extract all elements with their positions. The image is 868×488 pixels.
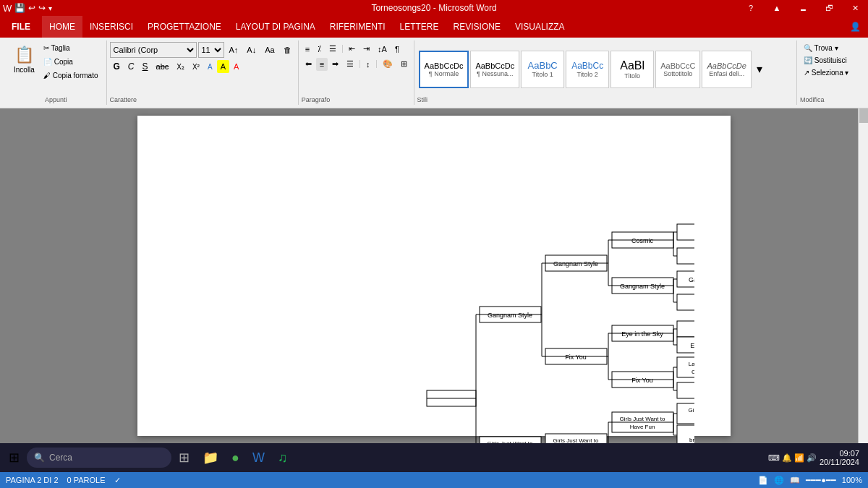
borders-button[interactable]: ⊞	[397, 57, 411, 71]
taskbar: ⊞ 🔍 Cerca ⊞ 📁 ● W ♫ ⌨ 🔔 📶 🔊 09:07 20/11/…	[0, 443, 868, 472]
multilevel-list-button[interactable]: ☰	[326, 42, 340, 56]
visualizza-menu[interactable]: VISUALIZZA	[508, 16, 572, 38]
replace-button[interactable]: 🔄 Sostituisci	[800, 54, 859, 67]
cut-button[interactable]: ✂ Taglia	[40, 42, 102, 54]
paste-button[interactable]: 📋 Incolla	[10, 43, 38, 81]
undo-icon[interactable]: ↩	[28, 3, 35, 13]
svg-text:Eye in the Sky: Eye in the Sky	[621, 330, 663, 338]
taskbar-search[interactable]: 🔍 Cerca	[27, 448, 171, 468]
underline-button[interactable]: S	[139, 59, 152, 74]
ribbon-collapse-button[interactable]: ▲	[764, 0, 790, 16]
font-name-select[interactable]: Calibri (Corp	[110, 42, 197, 58]
view-read-icon[interactable]: 📖	[790, 476, 800, 485]
svg-rect-15	[677, 382, 694, 398]
strikethrough-button[interactable]: abc	[153, 60, 173, 73]
svg-text:Gangnam Style: Gangnam Style	[553, 260, 598, 267]
word-taskbar-button[interactable]: W	[247, 445, 271, 470]
align-right-button[interactable]: ➡	[328, 57, 342, 71]
file-explorer-button[interactable]: 📁	[197, 445, 224, 470]
style-no-spacing[interactable]: AaBbCcDc ¶ Nessuna...	[470, 51, 519, 88]
title-bar-left: W 💾 ↩ ↪ ▾	[3, 3, 52, 14]
start-button[interactable]: ⊞	[3, 445, 25, 470]
numbering-button[interactable]: ⁒	[314, 42, 325, 56]
styles-gallery: AaBbCcDc ¶ Normale AaBbCcDc ¶ Nessuna...…	[417, 42, 793, 96]
line-spacing-button[interactable]: ↕	[362, 58, 374, 71]
svg-text:Gangnam Style: Gangnam Style	[488, 312, 532, 319]
chrome-button[interactable]: ●	[226, 445, 245, 470]
style-heading1[interactable]: AaBbC Titolo 1	[521, 51, 564, 88]
show-paragraph-button[interactable]: ¶	[391, 43, 403, 56]
style-emphasis[interactable]: AaBbCcDe Enfasi deli...	[702, 51, 751, 88]
task-view-button[interactable]: ⊞	[173, 445, 195, 470]
clipboard-label: Appunti	[45, 96, 67, 103]
zoom-slider[interactable]: ━━━●━━	[806, 476, 836, 485]
superscript-button[interactable]: X²	[189, 61, 203, 73]
vertical-scrollbar[interactable]	[858, 108, 868, 443]
system-tray-icons: ⌨ 🔔 📶 🔊	[768, 453, 817, 463]
format-painter-button[interactable]: 🖌 Copia formato	[40, 69, 102, 82]
user-icon[interactable]: 👤	[843, 16, 868, 38]
justify-button[interactable]: ☰	[343, 57, 357, 71]
bold-button[interactable]: G	[110, 59, 124, 74]
style-subtitle[interactable]: AaBbCcC Sottotitolo	[655, 51, 700, 88]
decrease-font-button[interactable]: A↓	[243, 43, 260, 56]
style-normal[interactable]: AaBbCcDc ¶ Normale	[419, 51, 469, 88]
svg-text:Cosmic: Cosmic	[631, 237, 654, 244]
style-title[interactable]: AaBl Titolo	[610, 51, 654, 88]
minimize-button[interactable]: 🗕	[790, 0, 816, 16]
change-case-button[interactable]: Aa	[261, 43, 278, 56]
customize-icon[interactable]: ▾	[48, 4, 52, 12]
window-controls: ? ▲ 🗕 🗗 ✕	[738, 0, 868, 16]
increase-indent-button[interactable]: ⇥	[359, 42, 373, 56]
lettere-menu[interactable]: LETTERE	[393, 16, 446, 38]
font-size-select[interactable]: 11	[198, 42, 224, 58]
svg-text:Fix You: Fix You	[631, 377, 653, 384]
sort-button[interactable]: ↕A	[374, 43, 391, 56]
align-center-button[interactable]: ≡	[316, 58, 328, 71]
copy-button[interactable]: 📄 Copia	[40, 56, 102, 68]
document-area: Trilli trilli Cosmic Gangnam Style Wife …	[0, 108, 868, 443]
zoom-level: 100%	[842, 476, 862, 484]
find-button[interactable]: 🔍 Trova ▾	[800, 42, 859, 54]
ribbon: 📋 Incolla ✂ Taglia 📄 Copia 🖌 Copia forma…	[0, 38, 868, 108]
file-menu[interactable]: FILE	[0, 16, 42, 38]
restore-button[interactable]: 🗗	[816, 0, 842, 16]
layout-menu[interactable]: LAYOUT DI PAGINA	[229, 16, 323, 38]
view-web-icon[interactable]: 🌐	[774, 476, 784, 485]
text-effects-button[interactable]: A	[204, 61, 216, 73]
shading-button[interactable]: 🎨	[379, 57, 396, 71]
help-button[interactable]: ?	[738, 0, 764, 16]
align-left-button[interactable]: ⬅	[302, 57, 315, 71]
home-menu[interactable]: HOME	[42, 16, 82, 38]
inserisci-menu[interactable]: INSERISCI	[82, 16, 140, 38]
spotify-button[interactable]: ♫	[272, 445, 294, 470]
decrease-indent-button[interactable]: ⇤	[345, 42, 359, 56]
style-heading2[interactable]: AaBbCc Titolo 2	[566, 51, 609, 88]
svg-text:Girls Just Want to: Girls Just Want to	[689, 407, 694, 414]
save-icon[interactable]: 💾	[14, 3, 25, 13]
italic-button[interactable]: C	[124, 59, 138, 74]
svg-rect-2	[677, 248, 694, 264]
increase-font-button[interactable]: A↑	[226, 43, 242, 56]
close-button[interactable]: ✕	[842, 0, 868, 16]
title-bar: W 💾 ↩ ↪ ▾ Torneosongs20 - Microsoft Word…	[0, 0, 868, 16]
progettazione-menu[interactable]: PROGETTAZIONE	[140, 16, 229, 38]
svg-text:Eye in the Sky: Eye in the Sky	[690, 342, 694, 349]
menu-bar: FILE HOME INSERISCI PROGETTAZIONE LAYOUT…	[0, 16, 868, 38]
view-print-icon[interactable]: 📄	[758, 476, 768, 485]
select-button[interactable]: ↗ Seleziona ▾	[800, 67, 859, 79]
highlight-button[interactable]: A	[217, 60, 229, 73]
styles-more-button[interactable]: ▾	[753, 60, 766, 78]
svg-text:Girls Just Want to: Girls Just Want to	[620, 416, 665, 422]
font-color-button[interactable]: A	[230, 60, 242, 73]
proofing-icon[interactable]: ✓	[114, 476, 121, 485]
riferimenti-menu[interactable]: RIFERIMENTI	[323, 16, 393, 38]
bullets-button[interactable]: ≡	[302, 43, 313, 56]
svg-rect-6	[677, 294, 694, 310]
revisione-menu[interactable]: REVISIONE	[446, 16, 508, 38]
redo-icon[interactable]: ↪	[38, 3, 46, 13]
clear-format-button[interactable]: 🗑	[280, 43, 295, 56]
subscript-button[interactable]: X₂	[173, 61, 188, 73]
svg-text:La maledizione di: La maledizione di	[689, 361, 694, 367]
modify-label: Modifica	[800, 96, 859, 103]
